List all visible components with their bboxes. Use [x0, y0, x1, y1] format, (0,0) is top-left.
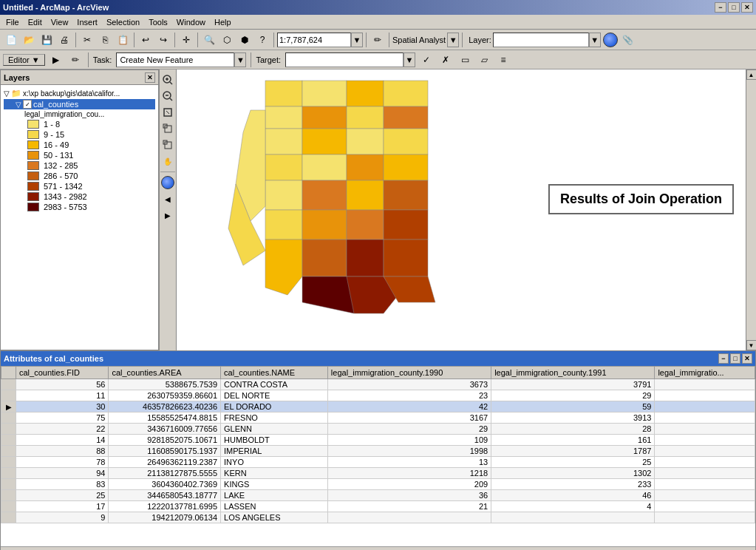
col-name[interactable]: cal_counties.NAME: [221, 367, 328, 379]
cell-fid: 25: [16, 490, 109, 501]
zoom-in-btn[interactable]: [160, 72, 175, 87]
menu-selection[interactable]: Selection: [102, 16, 144, 28]
menu-view[interactable]: View: [47, 16, 73, 28]
spatial-analyst-dropdown[interactable]: ▼: [447, 33, 459, 47]
svg-line-6: [170, 98, 172, 101]
attr-table-window-controls: − □ ✕: [718, 353, 752, 364]
menu-help[interactable]: Help: [210, 16, 236, 28]
menu-edit[interactable]: Edit: [24, 16, 47, 28]
undo-btn[interactable]: ↩: [137, 32, 154, 48]
table-row[interactable]: 88 11608590175.1937 IMPERIAL 1998 1787: [1, 446, 755, 457]
toc-layer-item[interactable]: ▽ cal_counties: [4, 99, 155, 109]
data-btn[interactable]: ⬡: [219, 32, 235, 48]
table-row[interactable]: 75 15585525474.8815 FRESNO 3167 3913: [1, 412, 755, 424]
toc-sublayer-item: legal_immigration_cou...: [4, 109, 155, 119]
maximize-button[interactable]: □: [728, 2, 740, 13]
legend-container: 1 - 8 9 - 15 16 - 49 50 - 131 132 - 285 …: [4, 119, 155, 212]
legend-label: 9 - 15: [44, 130, 64, 139]
table-row[interactable]: 17 12220137781.6995 LASSEN 21 4: [1, 501, 755, 512]
attr-table-scroll[interactable]: cal_counties.FID cal_counties.AREA cal_c…: [1, 366, 755, 546]
table-row[interactable]: 25 3446580543.18777 LAKE 36 46: [1, 490, 755, 501]
col-1991[interactable]: legal_immigration_county.1991: [491, 367, 655, 379]
copy-btn[interactable]: ⎘: [97, 32, 113, 48]
open-btn[interactable]: 📂: [21, 32, 37, 48]
layer-checkbox[interactable]: [23, 100, 32, 109]
cell-fid: 11: [16, 390, 109, 401]
identify-btn[interactable]: ?: [254, 32, 270, 48]
cut-btn[interactable]: ✂: [79, 32, 95, 48]
task-dropdown-btn[interactable]: ▼: [234, 52, 246, 67]
scroll-track[interactable]: [746, 80, 757, 340]
col-fid[interactable]: cal_counties.FID: [16, 367, 109, 379]
globe-nav-btn[interactable]: [161, 176, 174, 189]
layer-name: cal_counties: [33, 100, 78, 109]
new-btn[interactable]: 📄: [3, 32, 19, 48]
fixed-zoom-in-btn[interactable]: [160, 121, 175, 136]
full-extent-btn[interactable]: [160, 105, 175, 120]
draw-btn[interactable]: ✏: [370, 32, 386, 48]
edit-arrow-btn[interactable]: ▶: [48, 52, 64, 68]
table-row[interactable]: 11 2630759359.86601 DEL NORTE 23 29: [1, 390, 755, 401]
arc-btn[interactable]: ⬢: [236, 32, 253, 48]
map-area[interactable]: .co1 { fill: #f5e26e; } .co2 { fill: #f5…: [177, 69, 756, 350]
forward-btn[interactable]: ▶: [160, 208, 175, 223]
menu-tools[interactable]: Tools: [144, 16, 172, 28]
menu-file[interactable]: File: [1, 16, 24, 28]
editor-dropdown-btn[interactable]: Editor ▼: [3, 54, 45, 66]
col-1990[interactable]: legal_immigration_county.1990: [327, 367, 491, 379]
table-row[interactable]: 78 26496362119.2387 INYO 13 25: [1, 457, 755, 468]
layer-expand-icon[interactable]: ▽: [16, 101, 21, 109]
row-indicator: [1, 435, 16, 446]
menu-window[interactable]: Window: [172, 16, 210, 28]
table-row[interactable]: ▶ 30 46357826623.40236 EL DORADO 42 59: [1, 401, 755, 412]
close-button[interactable]: ✕: [741, 2, 753, 13]
redo-btn[interactable]: ↪: [155, 32, 171, 48]
help-btn[interactable]: 📎: [620, 32, 636, 48]
col-rest[interactable]: legal_immigratio...: [655, 367, 755, 379]
col-area[interactable]: cal_counties.AREA: [109, 367, 221, 379]
table-row[interactable]: 56 5388675.7539 CONTRA COSTA 3673 3791: [1, 379, 755, 390]
cancel-btn2[interactable]: ✗: [437, 52, 454, 68]
list-btn[interactable]: ≡: [495, 52, 511, 68]
sketch-btn[interactable]: ▭: [457, 52, 473, 68]
pan-btn[interactable]: ✋: [160, 154, 175, 169]
scroll-down-btn[interactable]: ▼: [746, 340, 757, 350]
table-row[interactable]: 94 21138127875.5555 KERN 1218 1302: [1, 468, 755, 479]
fixed-zoom-out-btn[interactable]: [160, 138, 175, 152]
confirm-btn[interactable]: ✓: [418, 52, 435, 68]
cell-1991: 25: [491, 457, 655, 468]
scroll-up-btn[interactable]: ▲: [746, 69, 757, 80]
menu-insert[interactable]: Insert: [72, 16, 102, 28]
vertex-btn[interactable]: ▱: [476, 52, 492, 68]
cell-name: KINGS: [221, 479, 328, 490]
globe-btn[interactable]: [602, 32, 619, 48]
target-dropdown-btn[interactable]: ▼: [403, 52, 415, 67]
paste-btn[interactable]: 📋: [115, 32, 131, 48]
save-btn[interactable]: 💾: [38, 32, 55, 48]
table-row[interactable]: 22 3436716009.77656 GLENN 29 28: [1, 424, 755, 435]
minimize-button[interactable]: −: [715, 2, 726, 13]
zoom-out-btn[interactable]: [160, 89, 175, 103]
scale-input[interactable]: [277, 33, 351, 47]
edit-pencil-btn[interactable]: ✏: [67, 52, 84, 68]
cell-fid: 30: [16, 401, 109, 412]
layer-dropdown-btn[interactable]: ▼: [589, 33, 601, 47]
attr-close-btn[interactable]: ✕: [742, 353, 752, 364]
attr-max-btn[interactable]: □: [730, 353, 740, 364]
table-row[interactable]: 14 9281852075.10671 HUMBOLDT 109 161: [1, 435, 755, 446]
scale-dropdown-btn[interactable]: ▼: [351, 33, 363, 47]
zoom-btn[interactable]: 🔍: [201, 32, 217, 48]
legend-label: 132 - 285: [44, 161, 78, 170]
table-row[interactable]: 9 194212079.06134 LOS ANGELES: [1, 512, 755, 523]
add-data-btn[interactable]: ✛: [178, 32, 194, 48]
toc-close-btn[interactable]: ✕: [145, 72, 155, 83]
attr-min-btn[interactable]: −: [718, 353, 729, 364]
expand-icon[interactable]: ▽: [4, 89, 10, 98]
back-btn[interactable]: ◀: [160, 191, 175, 206]
cell-rest: [655, 457, 755, 468]
svg-line-3: [170, 82, 172, 84]
table-row[interactable]: 83 3604360402.7369 KINGS 209 233: [1, 479, 755, 490]
layer-input[interactable]: [493, 33, 589, 47]
print-btn[interactable]: 🖨: [56, 32, 72, 48]
map-scrollbar[interactable]: ▲ ▼: [746, 69, 756, 350]
